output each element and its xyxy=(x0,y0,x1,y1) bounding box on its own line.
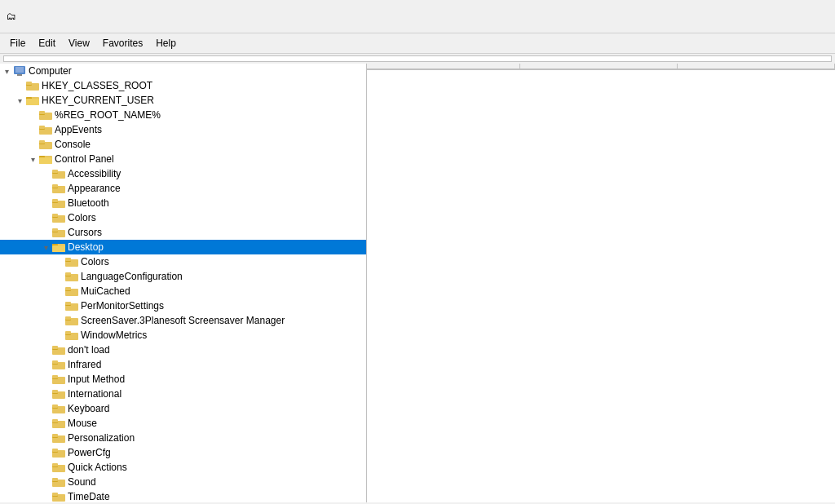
close-button[interactable] xyxy=(791,5,828,29)
tree-item-keyboard[interactable]: Keyboard xyxy=(0,401,366,416)
folder-icon xyxy=(52,446,65,459)
tree-item-appearance[interactable]: Appearance xyxy=(0,181,366,196)
expand-icon[interactable] xyxy=(39,226,52,239)
expand-icon[interactable] xyxy=(39,343,52,356)
tree-item-dont_load[interactable]: don't load xyxy=(0,343,366,357)
tree-label: Colors xyxy=(81,256,109,267)
expand-icon[interactable] xyxy=(39,167,52,180)
folder-icon xyxy=(39,138,52,151)
expand-icon[interactable] xyxy=(52,314,65,327)
tree-item-infrared[interactable]: Infrared xyxy=(0,357,366,372)
col-data[interactable] xyxy=(677,64,834,69)
expand-icon[interactable] xyxy=(39,490,52,502)
tree-item-hkey_current_user[interactable]: ▾HKEY_CURRENT_USER xyxy=(0,93,366,108)
tree-item-cursors[interactable]: Cursors xyxy=(0,225,366,240)
maximize-button[interactable] xyxy=(752,5,789,29)
svg-rect-41 xyxy=(65,258,71,261)
expand-icon[interactable] xyxy=(39,461,52,474)
expand-icon[interactable] xyxy=(26,123,39,136)
tree-item-muicached[interactable]: MuiCached xyxy=(0,284,366,298)
expand-icon[interactable] xyxy=(52,270,65,283)
tree-item-control_panel[interactable]: ▾Control Panel xyxy=(0,152,366,166)
tree-item-hkey_classes_root[interactable]: HKEY_CLASSES_ROOT xyxy=(0,78,366,93)
expand-icon[interactable] xyxy=(13,79,26,92)
expand-icon[interactable] xyxy=(39,417,52,430)
expand-icon[interactable]: ▾ xyxy=(0,64,13,77)
expand-icon[interactable] xyxy=(39,373,52,386)
expand-icon[interactable] xyxy=(39,387,52,400)
expand-icon[interactable]: ▾ xyxy=(39,241,52,254)
tree-item-language_configuration[interactable]: LanguageConfiguration xyxy=(0,269,366,284)
svg-rect-26 xyxy=(52,184,58,188)
menu-item-help[interactable]: Help xyxy=(149,35,183,51)
address-bar[interactable] xyxy=(3,55,832,62)
tree-item-accessibility[interactable]: Accessibility xyxy=(0,166,366,181)
tree-item-sound[interactable]: Sound xyxy=(0,475,366,489)
svg-rect-23 xyxy=(52,170,58,173)
tree-item-windowmetrics[interactable]: WindowMetrics xyxy=(0,328,366,343)
svg-rect-77 xyxy=(52,434,58,437)
menu-item-view[interactable]: View xyxy=(62,35,96,51)
tree-item-bluetooth[interactable]: Bluetooth xyxy=(0,196,366,210)
folder-icon xyxy=(65,314,78,327)
tree-label: HKEY_CURRENT_USER xyxy=(42,95,154,106)
menu-item-favorites[interactable]: Favorites xyxy=(96,35,149,51)
minimize-button[interactable] xyxy=(713,5,750,29)
folder-icon xyxy=(26,94,39,107)
tree-item-colors[interactable]: Colors xyxy=(0,210,366,225)
expand-icon[interactable] xyxy=(39,182,52,195)
tree-item-international[interactable]: International xyxy=(0,387,366,401)
tree-item-desktop_colors[interactable]: Colors xyxy=(0,254,366,269)
tree-item-desktop[interactable]: ▾Desktop xyxy=(0,240,366,254)
expand-icon[interactable] xyxy=(52,299,65,312)
tree-item-quick_actions[interactable]: Quick Actions xyxy=(0,460,366,475)
folder-icon xyxy=(52,373,65,386)
svg-rect-32 xyxy=(52,214,58,217)
expand-icon[interactable]: ▾ xyxy=(26,153,39,166)
tree-item-reg_root_name[interactable]: %REG_ROOT_NAME% xyxy=(0,108,366,122)
tree-item-personalization[interactable]: Personalization xyxy=(0,431,366,445)
tree-item-screensaver[interactable]: ScreenSaver.3Planesoft Screensaver Manag… xyxy=(0,313,366,328)
expand-icon[interactable] xyxy=(39,446,52,459)
expand-icon[interactable] xyxy=(52,285,65,298)
expand-icon[interactable] xyxy=(39,402,52,415)
svg-rect-59 xyxy=(52,346,58,349)
tree-label: PowerCfg xyxy=(68,447,111,458)
col-name[interactable] xyxy=(367,64,519,69)
expand-icon[interactable] xyxy=(39,431,52,444)
tree-item-console[interactable]: Console xyxy=(0,137,366,152)
expand-icon[interactable] xyxy=(26,138,39,151)
tree-item-computer[interactable]: ▾Computer xyxy=(0,64,366,78)
tree-item-timedate[interactable]: TimeDate xyxy=(0,489,366,502)
menu-bar: FileEditViewFavoritesHelp xyxy=(0,33,835,54)
tree-item-appevents[interactable]: AppEvents xyxy=(0,122,366,137)
expand-icon[interactable] xyxy=(39,358,52,371)
expand-icon[interactable]: ▾ xyxy=(13,94,26,107)
window-controls xyxy=(713,5,828,29)
tree-label: %REG_ROOT_NAME% xyxy=(55,109,161,121)
svg-rect-14 xyxy=(39,126,45,129)
svg-rect-8 xyxy=(26,99,39,105)
tree-label: Colors xyxy=(68,212,96,223)
menu-item-file[interactable]: File xyxy=(3,35,32,51)
folder-icon xyxy=(52,167,65,180)
main-content: ▾ComputerHKEY_CLASSES_ROOT▾HKEY_CURRENT_… xyxy=(0,64,835,502)
tree-item-powercfg[interactable]: PowerCfg xyxy=(0,445,366,460)
expand-icon[interactable] xyxy=(52,255,65,268)
svg-rect-83 xyxy=(52,463,58,466)
expand-icon[interactable] xyxy=(26,108,39,122)
folder-icon xyxy=(52,197,65,210)
expand-icon[interactable] xyxy=(52,329,65,342)
menu-item-edit[interactable]: Edit xyxy=(32,35,62,51)
expand-icon[interactable] xyxy=(39,211,52,224)
col-type[interactable] xyxy=(519,64,677,69)
svg-rect-47 xyxy=(65,287,71,290)
folder-icon xyxy=(52,226,65,239)
tree-item-input_method[interactable]: Input Method xyxy=(0,372,366,387)
expand-icon[interactable] xyxy=(39,475,52,489)
tree-item-permonitorsettings[interactable]: PerMonitorSettings xyxy=(0,298,366,313)
tree-item-mouse[interactable]: Mouse xyxy=(0,416,366,431)
folder-icon xyxy=(52,461,65,474)
folder-icon xyxy=(39,123,52,136)
expand-icon[interactable] xyxy=(39,197,52,210)
